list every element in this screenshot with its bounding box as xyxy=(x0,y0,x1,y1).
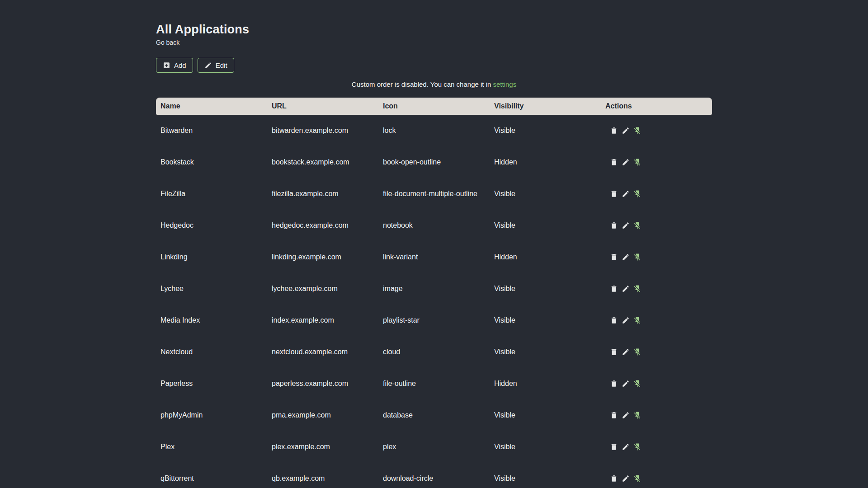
table-row: phpMyAdmin pma.example.com database Visi… xyxy=(156,399,712,431)
pin-off-icon xyxy=(633,443,642,451)
col-header-url: URL xyxy=(267,98,378,115)
col-header-name: Name xyxy=(156,98,267,115)
app-icon-name: file-outline xyxy=(378,368,490,399)
delete-button[interactable] xyxy=(610,158,618,166)
app-url: linkding.example.com xyxy=(267,241,378,273)
pin-toggle-button[interactable] xyxy=(633,221,642,230)
app-visibility: Visible xyxy=(490,210,601,241)
pin-toggle-button[interactable] xyxy=(633,474,642,483)
trash-icon xyxy=(610,253,618,261)
trash-icon xyxy=(610,316,618,324)
row-actions xyxy=(605,342,708,362)
edit-row-button[interactable] xyxy=(622,158,630,166)
col-header-actions: Actions xyxy=(601,98,712,115)
pin-off-icon xyxy=(633,380,642,388)
page-title: All Applications xyxy=(156,23,712,37)
pin-toggle-button[interactable] xyxy=(633,380,642,388)
pencil-icon xyxy=(622,411,630,419)
row-actions xyxy=(605,310,708,330)
row-actions xyxy=(605,374,708,394)
app-url: filezilla.example.com xyxy=(267,178,378,210)
edit-row-button[interactable] xyxy=(622,190,630,198)
edit-row-button[interactable] xyxy=(622,380,630,388)
app-url: pma.example.com xyxy=(267,399,378,431)
trash-icon xyxy=(610,221,618,230)
app-url: hedgedoc.example.com xyxy=(267,210,378,241)
pin-toggle-button[interactable] xyxy=(633,158,642,166)
edit-row-button[interactable] xyxy=(622,127,630,135)
table-body: Bitwarden bitwarden.example.com lock Vis… xyxy=(156,115,712,488)
table-row: Lychee lychee.example.com image Visible xyxy=(156,273,712,305)
row-actions xyxy=(605,121,708,141)
table-row: Nextcloud nextcloud.example.com cloud Vi… xyxy=(156,336,712,368)
edit-row-button[interactable] xyxy=(622,474,630,483)
edit-row-button[interactable] xyxy=(622,411,630,419)
row-actions xyxy=(605,469,708,488)
trash-icon xyxy=(610,411,618,419)
app-url: index.example.com xyxy=(267,305,378,336)
plus-box-icon xyxy=(163,61,170,69)
table-row: Media Index index.example.com playlist-s… xyxy=(156,305,712,336)
delete-button[interactable] xyxy=(610,348,618,356)
pin-toggle-button[interactable] xyxy=(633,443,642,451)
delete-button[interactable] xyxy=(610,190,618,198)
row-actions xyxy=(605,279,708,299)
pin-off-icon xyxy=(633,221,642,230)
edit-button[interactable]: Edit xyxy=(198,58,234,73)
pencil-icon xyxy=(622,221,630,230)
table-row: Bitwarden bitwarden.example.com lock Vis… xyxy=(156,115,712,146)
pencil-icon xyxy=(622,158,630,166)
table-row: Bookstack bookstack.example.com book-ope… xyxy=(156,146,712,178)
pin-toggle-button[interactable] xyxy=(633,190,642,198)
table-row: Plex plex.example.com plex Visible xyxy=(156,431,712,463)
main-content: All Applications Go back Add Edit Custom… xyxy=(156,0,712,488)
table-row: Linkding linkding.example.com link-varia… xyxy=(156,241,712,273)
app-icon-name: image xyxy=(378,273,490,305)
trash-icon xyxy=(610,127,618,135)
app-name: qBittorrent xyxy=(156,463,267,488)
pin-off-icon xyxy=(633,285,642,293)
app-url: paperless.example.com xyxy=(267,368,378,399)
delete-button[interactable] xyxy=(610,285,618,293)
delete-button[interactable] xyxy=(610,443,618,451)
trash-icon xyxy=(610,443,618,451)
delete-button[interactable] xyxy=(610,411,618,419)
app-url: bookstack.example.com xyxy=(267,146,378,178)
delete-button[interactable] xyxy=(610,221,618,230)
app-name: Linkding xyxy=(156,241,267,273)
row-actions xyxy=(605,152,708,172)
edit-row-button[interactable] xyxy=(622,253,630,261)
pin-toggle-button[interactable] xyxy=(633,316,642,324)
edit-row-button[interactable] xyxy=(622,348,630,356)
app-visibility: Hidden xyxy=(490,241,601,273)
settings-link[interactable]: settings xyxy=(493,80,517,88)
add-button[interactable]: Add xyxy=(156,58,193,73)
trash-icon xyxy=(610,285,618,293)
edit-row-button[interactable] xyxy=(622,316,630,324)
pin-toggle-button[interactable] xyxy=(633,127,642,135)
pin-toggle-button[interactable] xyxy=(633,253,642,261)
app-visibility: Hidden xyxy=(490,146,601,178)
pin-toggle-button[interactable] xyxy=(633,285,642,293)
row-actions xyxy=(605,184,708,204)
app-visibility: Visible xyxy=(490,305,601,336)
row-actions xyxy=(605,437,708,457)
edit-row-button[interactable] xyxy=(622,443,630,451)
delete-button[interactable] xyxy=(610,380,618,388)
delete-button[interactable] xyxy=(610,127,618,135)
app-visibility: Visible xyxy=(490,178,601,210)
delete-button[interactable] xyxy=(610,474,618,483)
pencil-icon xyxy=(622,443,630,451)
delete-button[interactable] xyxy=(610,253,618,261)
table-row: Paperless paperless.example.com file-out… xyxy=(156,368,712,399)
pin-toggle-button[interactable] xyxy=(633,411,642,419)
pin-off-icon xyxy=(633,158,642,166)
edit-row-button[interactable] xyxy=(622,285,630,293)
go-back-link[interactable]: Go back xyxy=(156,39,179,46)
pin-off-icon xyxy=(633,348,642,356)
edit-row-button[interactable] xyxy=(622,221,630,230)
pin-toggle-button[interactable] xyxy=(633,348,642,356)
delete-button[interactable] xyxy=(610,316,618,324)
trash-icon xyxy=(610,474,618,483)
edit-button-label: Edit xyxy=(216,61,227,69)
